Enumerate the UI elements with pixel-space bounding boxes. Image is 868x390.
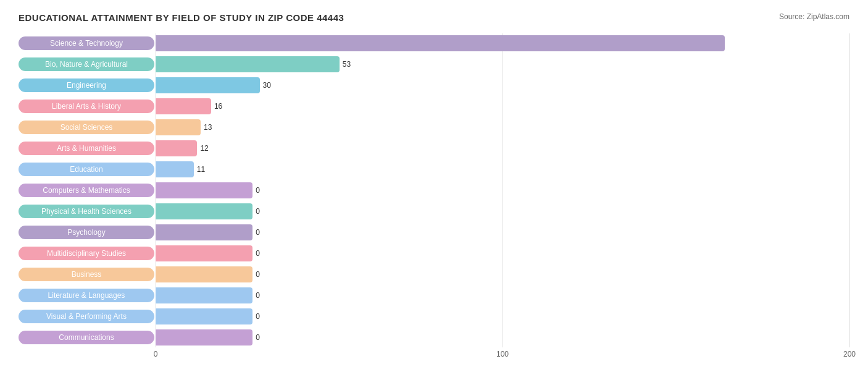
bar-row: Science & Technology164	[19, 33, 849, 53]
bar-label: Business	[19, 268, 154, 281]
bar-fill	[156, 140, 197, 156]
bar-container: 164	[156, 35, 849, 51]
bar-label: Science & Technology	[19, 36, 154, 50]
bar-label: Arts & Humanities	[19, 142, 154, 155]
bar-fill	[156, 329, 252, 345]
bar-row: Visual & Performing Arts0	[19, 307, 849, 326]
bar-fill	[156, 245, 252, 261]
bar-value-label: 0	[256, 333, 260, 342]
bar-fill	[156, 266, 252, 282]
bar-label: Computers & Mathematics	[19, 184, 154, 197]
bar-fill	[156, 35, 725, 51]
bar-value-label: 13	[204, 123, 212, 132]
bar-fill	[156, 308, 252, 324]
bar-fill	[156, 161, 194, 177]
x-axis-tick-label: 100	[496, 350, 509, 358]
bar-label: Multidisciplinary Studies	[19, 247, 154, 260]
bar-value-label: 0	[256, 207, 260, 216]
chart-area: Science & Technology164Bio, Nature & Agr…	[19, 33, 849, 362]
bar-label: Physical & Health Sciences	[19, 205, 154, 218]
bar-row: Education11	[19, 159, 849, 179]
x-axis-container: 0100200	[156, 350, 849, 362]
bar-container: 30	[156, 77, 849, 93]
bar-fill	[156, 98, 211, 114]
bar-container: 11	[156, 161, 849, 177]
bar-label: Engineering	[19, 78, 154, 92]
bar-label: Psychology	[19, 226, 154, 239]
bar-container: 0	[156, 287, 849, 303]
bar-value-label: 164	[833, 39, 846, 48]
bar-label: Liberal Arts & History	[19, 100, 154, 113]
bar-row: Computers & Mathematics0	[19, 180, 849, 200]
bar-value-label: 12	[200, 144, 208, 153]
bar-fill	[156, 224, 252, 240]
x-axis-tick-label: 0	[154, 350, 158, 358]
bar-row: Bio, Nature & Agricultural53	[19, 54, 849, 74]
bar-label: Communications	[19, 331, 154, 344]
bar-value-label: 0	[256, 291, 260, 300]
bar-fill	[156, 119, 201, 135]
source-label: Source: ZipAtlas.com	[779, 12, 849, 21]
bar-row: Literature & Languages0	[19, 286, 849, 305]
bar-row: Engineering30	[19, 75, 849, 95]
x-axis-tick-label: 200	[843, 350, 856, 358]
bar-fill	[156, 203, 252, 219]
bar-container: 53	[156, 56, 849, 72]
bar-container: 0	[156, 224, 849, 240]
bar-row: Communications0	[19, 328, 849, 347]
bar-row: Business0	[19, 265, 849, 284]
bar-container: 16	[156, 98, 849, 114]
bar-value-label: 0	[256, 312, 260, 321]
bar-value-label: 11	[197, 165, 205, 174]
bar-row: Multidisciplinary Studies0	[19, 244, 849, 263]
page-container: EDUCATIONAL ATTAINMENT BY FIELD OF STUDY…	[19, 12, 849, 362]
bar-fill	[156, 56, 340, 72]
bar-container: 0	[156, 308, 849, 324]
bar-row: Liberal Arts & History16	[19, 96, 849, 116]
bar-container: 13	[156, 119, 849, 135]
bar-fill	[156, 182, 252, 198]
bar-label: Bio, Nature & Agricultural	[19, 57, 154, 71]
bar-value-label: 0	[256, 186, 260, 195]
bar-container: 0	[156, 266, 849, 282]
bar-value-label: 0	[256, 270, 260, 279]
bar-row: Psychology0	[19, 223, 849, 242]
bar-label: Literature & Languages	[19, 289, 154, 302]
bar-value-label: 16	[214, 102, 222, 111]
bar-container: 0	[156, 329, 849, 345]
bar-label: Visual & Performing Arts	[19, 310, 154, 323]
bar-value-label: 0	[256, 228, 260, 237]
bar-row: Arts & Humanities12	[19, 138, 849, 158]
bar-value-label: 53	[343, 60, 351, 69]
bar-label: Social Sciences	[19, 121, 154, 134]
bar-row: Social Sciences13	[19, 117, 849, 137]
rows-wrapper: Science & Technology164Bio, Nature & Agr…	[19, 33, 849, 347]
bar-value-label: 30	[263, 81, 271, 90]
bar-fill	[156, 287, 252, 303]
chart-title: EDUCATIONAL ATTAINMENT BY FIELD OF STUDY…	[19, 12, 344, 23]
bar-fill	[156, 77, 260, 93]
bar-container: 0	[156, 245, 849, 261]
bar-container: 0	[156, 203, 849, 219]
bar-row: Physical & Health Sciences0	[19, 201, 849, 221]
bar-label: Education	[19, 163, 154, 176]
bar-value-label: 0	[256, 249, 260, 258]
bar-container: 12	[156, 140, 849, 156]
bar-container: 0	[156, 182, 849, 198]
